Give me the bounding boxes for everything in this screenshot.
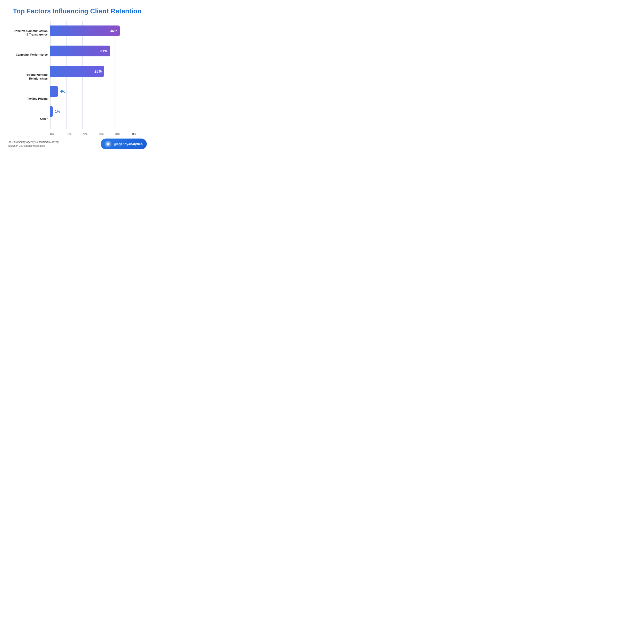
bar-value-label-outside: 1% [55, 109, 60, 114]
bar-row: 31% [50, 44, 147, 58]
bar-wrapper: 1% [50, 106, 147, 117]
y-label: Effective Communication& Transparency [8, 29, 48, 37]
x-tick: 10% [66, 132, 83, 135]
svg-point-1 [109, 143, 109, 144]
bar-4 [50, 106, 53, 117]
bar-value-label-outside: 4% [60, 89, 65, 93]
chart-title: Top Factors Influencing Client Retention [13, 7, 141, 15]
bars-container: 36%31%28%4%1% [50, 21, 147, 129]
bar-row: 28% [50, 65, 147, 78]
bar-2: 28% [50, 66, 104, 77]
bar-1: 31% [50, 46, 110, 56]
bar-wrapper: 4% [50, 86, 147, 97]
x-tick: 20% [82, 132, 99, 135]
chart-area: Effective Communication& TransparencyCam… [8, 21, 147, 136]
bar-row: 4% [50, 85, 147, 98]
y-label: Other [8, 117, 48, 121]
bar-wrapper: 36% [50, 25, 147, 36]
brand-badge: @agencyanalytics [101, 139, 147, 149]
chart-inner: Effective Communication& TransparencyCam… [8, 21, 147, 136]
bar-wrapper: 31% [50, 46, 147, 56]
bars-and-grid: 36%31%28%4%1% 0%10%20%30%40%50% [50, 21, 147, 136]
bar-value-label: 28% [95, 69, 102, 73]
y-label: Campaign Performance [8, 53, 48, 56]
bar-row: 36% [50, 24, 147, 38]
x-tick: 0% [50, 132, 66, 135]
x-tick: 40% [115, 132, 131, 135]
brand-handle: @agencyanalytics [114, 142, 143, 146]
bar-0: 36% [50, 25, 120, 36]
bar-value-label: 36% [110, 29, 117, 33]
bar-3 [50, 86, 58, 97]
y-label: Strong WorkingRelationships [8, 73, 48, 80]
bar-row: 1% [50, 105, 147, 118]
y-labels: Effective Communication& TransparencyCam… [8, 21, 50, 136]
x-axis: 0%10%20%30%40%50% [50, 129, 147, 136]
x-tick: 50% [131, 132, 147, 135]
y-label: Flexible Pricing [8, 97, 48, 100]
bar-wrapper: 28% [50, 66, 147, 77]
x-tick: 30% [99, 132, 115, 135]
brand-icon [105, 141, 111, 147]
svg-point-0 [106, 142, 110, 146]
footer: 2023 Marketing Agency Benchmarks Survey,… [8, 139, 147, 149]
footnote: 2023 Marketing Agency Benchmarks Survey,… [8, 140, 59, 148]
bar-value-label: 31% [100, 49, 107, 53]
